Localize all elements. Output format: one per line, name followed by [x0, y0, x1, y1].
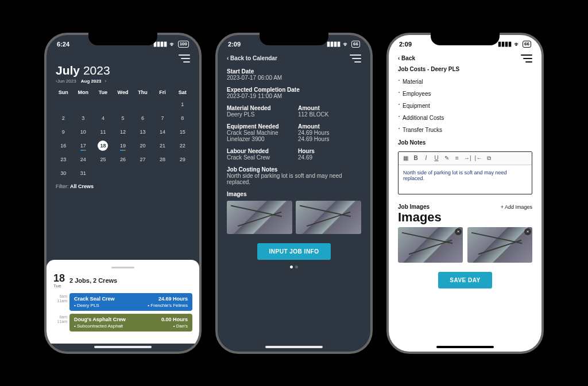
back-button[interactable]: ‹ Back	[398, 55, 415, 61]
calendar-day[interactable]: 24	[74, 153, 94, 166]
calendar-grid[interactable]: SunMonTueWedThuFriSat 123456789101112131…	[53, 87, 192, 180]
job-image-thumbnail[interactable]: ×	[398, 227, 463, 263]
calendar-day	[93, 166, 113, 180]
link-icon[interactable]: ⧉	[485, 155, 492, 162]
calendar-day[interactable]: 27	[133, 153, 153, 166]
calendar-dow: Fri	[153, 87, 173, 98]
bold-icon[interactable]: B	[412, 155, 419, 162]
calendar-day[interactable]: 7	[153, 111, 173, 125]
accordion-section[interactable]: ˄Employees	[398, 88, 532, 100]
accordion-section[interactable]: ˄Additional Costs	[398, 112, 532, 124]
calendar-dow: Thu	[133, 87, 153, 98]
drag-handle[interactable]	[111, 267, 134, 268]
calendar-day[interactable]: 10	[74, 125, 94, 139]
home-indicator[interactable]	[436, 346, 494, 348]
chevron-up-icon: ˄	[398, 127, 400, 132]
calendar-day	[153, 98, 173, 111]
calendar-day	[53, 98, 74, 111]
notes-editor[interactable]: ▦ B I U ✎ ≡ →| |← ⧉ North side of parkin…	[398, 151, 532, 194]
outdent-icon[interactable]: |←	[475, 155, 482, 162]
job-image-thumbnail[interactable]	[296, 201, 361, 234]
equipment-name: Crack Seal Machine	[227, 130, 290, 136]
start-date-label: Start Date	[227, 68, 361, 75]
accordion-label: Material	[403, 79, 423, 85]
menu-icon[interactable]	[179, 54, 190, 63]
calendar-day[interactable]: 22	[172, 139, 192, 153]
home-indicator[interactable]	[94, 346, 152, 348]
calendar-day[interactable]: 15	[172, 125, 192, 139]
editor-toolbar[interactable]: ▦ B I U ✎ ≡ →| |← ⧉	[399, 152, 532, 165]
image-icon[interactable]: ▦	[402, 155, 409, 162]
job-image-thumbnail[interactable]	[227, 201, 292, 234]
calendar-day[interactable]: 3	[74, 111, 94, 125]
calendar-day[interactable]: 6	[133, 111, 153, 125]
calendar-day[interactable]: 13	[133, 125, 153, 139]
page-title: Job Costs - Deery PLS	[398, 63, 532, 76]
accordion-section[interactable]: ˄Transfer Trucks	[398, 124, 532, 136]
back-button[interactable]: ‹ Back to Calendar	[227, 55, 277, 61]
menu-icon[interactable]	[521, 54, 532, 63]
calendar-day[interactable]: 28	[153, 153, 173, 166]
chevron-right-icon[interactable]: ›	[105, 79, 106, 84]
images-heading: Images	[398, 210, 532, 225]
remove-image-icon[interactable]: ×	[524, 228, 531, 235]
home-indicator[interactable]	[265, 346, 323, 348]
calendar-day[interactable]: 29	[172, 153, 192, 166]
calendar-day[interactable]: 17	[74, 139, 94, 153]
calendar-day[interactable]: 11	[93, 125, 113, 139]
accordion-section[interactable]: ˄Equipment	[398, 100, 532, 112]
input-job-info-button[interactable]: INPUT JOB INFO	[257, 243, 330, 260]
calendar-day[interactable]: 31	[74, 166, 94, 180]
job-card[interactable]: Doug's Asphalt Crew0.00 Hours• Subcontra…	[69, 314, 192, 332]
calendar-day[interactable]: 2	[53, 111, 74, 125]
calendar-dow: Mon	[74, 87, 94, 98]
calendar-day	[153, 166, 173, 180]
job-crew: Crack Seal Crew	[74, 296, 115, 302]
calendar-day[interactable]: 8	[172, 111, 192, 125]
month-title: July 2023	[56, 64, 190, 77]
calendar-day[interactable]: 4	[93, 111, 113, 125]
list-icon[interactable]: ≡	[454, 155, 461, 162]
calendar-day[interactable]: 1	[172, 98, 192, 111]
calendar-day[interactable]: 21	[153, 139, 173, 153]
calendar-day	[133, 166, 153, 180]
calendar-day[interactable]: 23	[53, 153, 74, 166]
save-day-button[interactable]: SAVE DAY	[438, 272, 492, 288]
status-time: 2:09	[228, 41, 241, 48]
accordion-label: Employees	[403, 91, 431, 97]
month-nav[interactable]: ‹Jun 2023 Aug 2023›	[56, 79, 190, 84]
filter-row[interactable]: Filter: All Crews	[47, 180, 199, 196]
job-card[interactable]: Crack Seal Crew24.69 Hours• Deery PLS• F…	[69, 293, 192, 311]
italic-icon[interactable]: I	[423, 155, 430, 162]
calendar-day	[113, 98, 133, 111]
job-notes-label: Job Notes	[398, 136, 532, 149]
calendar-day[interactable]: 26	[113, 153, 133, 166]
calendar-day[interactable]: 5	[113, 111, 133, 125]
day-number: 18	[53, 273, 65, 283]
calendar-day[interactable]: 30	[53, 166, 74, 180]
underline-icon[interactable]: U	[433, 155, 440, 162]
accordion-section[interactable]: ˄Material	[398, 76, 532, 88]
job-image-thumbnail[interactable]: ×	[467, 227, 532, 263]
add-images-button[interactable]: + Add Images	[501, 204, 532, 210]
job-hours: 24.69 Hours	[158, 296, 188, 302]
notes-textarea[interactable]: North side of parking lot is soft and ma…	[399, 165, 532, 194]
calendar-day[interactable]: 9	[53, 125, 74, 139]
calendar-day[interactable]: 16	[53, 139, 74, 153]
highlight-icon[interactable]: ✎	[443, 155, 450, 162]
indent-icon[interactable]: →|	[464, 155, 471, 162]
calendar-day[interactable]: 12	[113, 125, 133, 139]
menu-icon[interactable]	[350, 54, 361, 63]
remove-image-icon[interactable]: ×	[455, 228, 462, 235]
end-date-label: Expected Completion Date	[227, 87, 361, 93]
job-hours: 0.00 Hours	[161, 317, 188, 322]
calendar-day[interactable]: 14	[153, 125, 173, 139]
day-card: 18 Tue 2 Jobs, 2 Crews 6am11amCrack Seal…	[47, 260, 199, 344]
page-indicator	[227, 266, 361, 268]
calendar-day[interactable]: 18	[93, 139, 113, 153]
calendar-day[interactable]: 20	[133, 139, 153, 153]
material-label: Material Needed	[227, 105, 290, 111]
calendar-day[interactable]: 19	[113, 139, 133, 153]
equipment-name: Linelazer 3900	[227, 136, 290, 142]
calendar-day[interactable]: 25	[93, 153, 113, 166]
